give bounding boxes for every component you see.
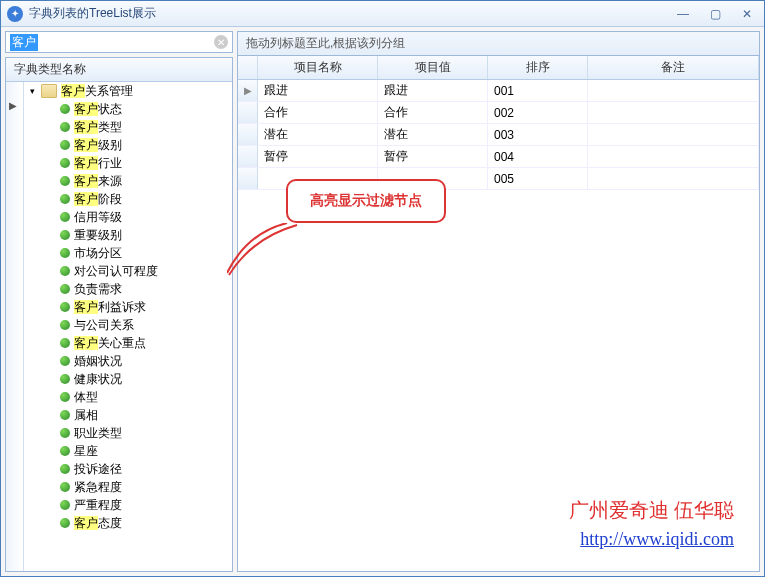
tree-node[interactable]: 客户行业 (24, 154, 232, 172)
watermark-link[interactable]: http://www.iqidi.com (580, 529, 734, 549)
tree-node[interactable]: 客户态度 (24, 514, 232, 532)
node-label: 客户态度 (74, 515, 122, 532)
bullet-icon (60, 446, 70, 456)
tree-body[interactable]: ▶ ▾客户关系管理客户状态客户类型客户级别客户行业客户来源客户阶段信用等级重要级… (6, 82, 232, 571)
table-row[interactable]: 潜在潜在003 (238, 124, 759, 146)
bullet-icon (60, 194, 70, 204)
cell-name[interactable]: 跟进 (258, 80, 378, 101)
cell-note[interactable] (588, 102, 759, 123)
tree-node[interactable]: 客户阶段 (24, 190, 232, 208)
cell-name[interactable]: 暂停 (258, 146, 378, 167)
col-value[interactable]: 项目值 (378, 56, 488, 79)
app-window: ✦ 字典列表的TreeList展示 — ▢ ✕ 客户 ✕ 字典类型名称 ▶ ▾客… (0, 0, 765, 577)
col-name[interactable]: 项目名称 (258, 56, 378, 79)
cell-order[interactable]: 005 (488, 168, 588, 189)
search-input[interactable]: 客户 (10, 34, 38, 51)
window-title: 字典列表的TreeList展示 (29, 5, 672, 22)
minimize-button[interactable]: — (672, 6, 694, 22)
tree-node[interactable]: 重要级别 (24, 226, 232, 244)
tree-node[interactable]: 客户利益诉求 (24, 298, 232, 316)
node-label: 客户类型 (74, 119, 122, 136)
table-row[interactable]: ▶跟进跟进001 (238, 80, 759, 102)
bullet-icon (60, 266, 70, 276)
bullet-icon (60, 230, 70, 240)
tree-node[interactable]: 婚姻状况 (24, 352, 232, 370)
node-label: 星座 (74, 443, 98, 460)
tree-node[interactable]: 信用等级 (24, 208, 232, 226)
bullet-icon (60, 356, 70, 366)
tree-node[interactable]: 负责需求 (24, 280, 232, 298)
row-indicator (238, 102, 258, 123)
app-icon: ✦ (7, 6, 23, 22)
bullet-icon (60, 122, 70, 132)
close-button[interactable]: ✕ (736, 6, 758, 22)
watermark: 广州爱奇迪 伍华聪 http://www.iqidi.com (569, 496, 734, 552)
node-label: 紧急程度 (74, 479, 122, 496)
tree-node[interactable]: 客户关心重点 (24, 334, 232, 352)
cell-value[interactable]: 跟进 (378, 80, 488, 101)
window-buttons: — ▢ ✕ (672, 6, 758, 22)
maximize-button[interactable]: ▢ (704, 6, 726, 22)
bullet-icon (60, 374, 70, 384)
tree-node[interactable]: 客户级别 (24, 136, 232, 154)
tree-node[interactable]: 客户来源 (24, 172, 232, 190)
tree-node[interactable]: 市场分区 (24, 244, 232, 262)
tree-node[interactable]: 客户状态 (24, 100, 232, 118)
cell-note[interactable] (588, 168, 759, 189)
tree-node[interactable]: 职业类型 (24, 424, 232, 442)
cell-order[interactable]: 004 (488, 146, 588, 167)
cell-value[interactable]: 暂停 (378, 146, 488, 167)
row-indicator (238, 124, 258, 145)
tree-node[interactable]: 投诉途径 (24, 460, 232, 478)
book-icon (41, 84, 57, 98)
grid[interactable]: 项目名称 项目值 排序 备注 ▶跟进跟进001合作合作002潜在潜在003暂停暂… (237, 55, 760, 572)
cell-name[interactable]: 合作 (258, 102, 378, 123)
node-label: 属相 (74, 407, 98, 424)
node-label: 对公司认可程度 (74, 263, 158, 280)
tree-header[interactable]: 字典类型名称 (6, 58, 232, 82)
bullet-icon (60, 338, 70, 348)
table-row[interactable]: 暂停暂停004 (238, 146, 759, 168)
tree-node[interactable]: 客户类型 (24, 118, 232, 136)
node-label: 健康状况 (74, 371, 122, 388)
bullet-icon (60, 248, 70, 258)
col-order[interactable]: 排序 (488, 56, 588, 79)
tree-node[interactable]: 与公司关系 (24, 316, 232, 334)
cell-order[interactable]: 003 (488, 124, 588, 145)
tree-root-node[interactable]: ▾客户关系管理 (24, 82, 232, 100)
cell-note[interactable] (588, 146, 759, 167)
tree-node[interactable]: 紧急程度 (24, 478, 232, 496)
bullet-icon (60, 392, 70, 402)
tree-node[interactable]: 属相 (24, 406, 232, 424)
cell-order[interactable]: 002 (488, 102, 588, 123)
tree-node[interactable]: 健康状况 (24, 370, 232, 388)
table-row[interactable]: 合作合作002 (238, 102, 759, 124)
bullet-icon (60, 212, 70, 222)
tree-node[interactable]: 严重程度 (24, 496, 232, 514)
group-panel[interactable]: 拖动列标题至此,根据该列分组 (237, 31, 760, 55)
clear-search-icon[interactable]: ✕ (214, 35, 228, 49)
node-label: 负责需求 (74, 281, 122, 298)
node-label: 严重程度 (74, 497, 122, 514)
cell-value[interactable]: 合作 (378, 102, 488, 123)
cell-value[interactable]: 潜在 (378, 124, 488, 145)
row-selector-header (238, 56, 258, 79)
bullet-icon (60, 464, 70, 474)
cell-order[interactable]: 001 (488, 80, 588, 101)
cell-name[interactable]: 潜在 (258, 124, 378, 145)
tree-node[interactable]: 对公司认可程度 (24, 262, 232, 280)
search-box[interactable]: 客户 ✕ (5, 31, 233, 53)
col-note[interactable]: 备注 (588, 56, 759, 79)
tree-node[interactable]: 星座 (24, 442, 232, 460)
row-indicator: ▶ (238, 80, 258, 101)
node-label: 市场分区 (74, 245, 122, 262)
cell-note[interactable] (588, 80, 759, 101)
node-label: 客户利益诉求 (74, 299, 146, 316)
node-label: 投诉途径 (74, 461, 122, 478)
cell-note[interactable] (588, 124, 759, 145)
tree-node[interactable]: 体型 (24, 388, 232, 406)
bullet-icon (60, 104, 70, 114)
bullet-icon (60, 518, 70, 528)
left-panel: 客户 ✕ 字典类型名称 ▶ ▾客户关系管理客户状态客户类型客户级别客户行业客户来… (5, 31, 233, 572)
expander-icon[interactable]: ▾ (28, 87, 37, 96)
